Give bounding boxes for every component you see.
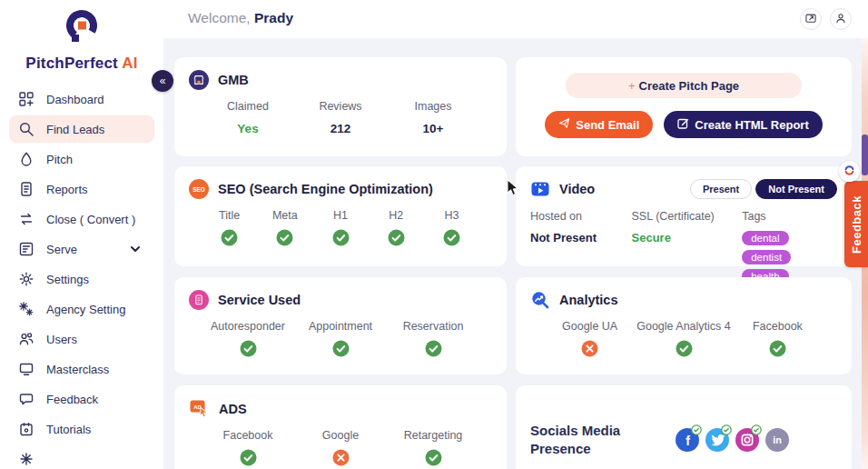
card-title: ADS [219, 402, 247, 416]
socials-card: Socials Media Presence fin [516, 385, 852, 469]
gmb-metrics: ClaimedYesReviews212Images10+ [189, 100, 492, 136]
collapse-chevrons-icon: « [160, 75, 166, 87]
analytics-card: Analytics Google UAGoogle Analytics 4Fac… [516, 277, 852, 374]
check-icon [332, 340, 350, 357]
svg-text:in: in [773, 434, 782, 445]
welcome-text: Welcome, Prady [188, 10, 293, 26]
convert-icon [18, 211, 35, 227]
social-facebook-icon[interactable]: f [676, 428, 699, 452]
metric-label: Retargeting [387, 429, 479, 442]
service-checks: AutoresponderAppointmentReservation [189, 320, 492, 361]
metric-col: H2 [369, 209, 424, 250]
ads-checks: FacebookGoogleRetargeting [189, 429, 492, 469]
cross-icon [581, 340, 598, 357]
metric-col: Facebook [731, 320, 824, 361]
brand-logo-icon [61, 36, 103, 52]
feedback-tab[interactable]: Feedback [844, 181, 868, 267]
scrollbar-thumb[interactable] [862, 135, 868, 175]
svg-text:f: f [686, 434, 690, 448]
sidebar-item-masterclass[interactable]: Masterclass [9, 355, 154, 383]
metric-label: Google [294, 429, 387, 442]
verified-badge-icon [691, 424, 702, 435]
seo-card: SEO SEO (Search Engine Optimization) Tit… [174, 166, 507, 266]
header-actions [800, 8, 852, 30]
sync-refresh-button[interactable] [839, 161, 860, 182]
sidebar-item-label: Find Leads [46, 123, 104, 136]
pitch-icon [18, 151, 35, 167]
video-card: Video Present Not Present Hosted on Not … [516, 166, 852, 266]
sidebar-item-label: Settings [46, 273, 89, 286]
sync-refresh-icon [843, 164, 856, 180]
pitch-actions-card: +Create Pitch Page Send Email Create HTM… [516, 57, 852, 156]
check-icon [388, 229, 405, 246]
sidebar-item-more[interactable] [9, 445, 154, 469]
metric-col: Google [294, 429, 387, 469]
sidebar-item-pitch[interactable]: Pitch [9, 145, 154, 173]
edit-report-icon [677, 117, 689, 132]
metric-label: Claimed [202, 100, 294, 113]
sidebar-item-feedback[interactable]: Feedback [9, 385, 154, 413]
sidebar-item-tutorials[interactable]: Tutorials [9, 415, 154, 443]
sidebar-collapse-button[interactable]: « [152, 70, 173, 92]
sidebar-item-reports[interactable]: Reports [9, 175, 154, 203]
metric-col: Title [202, 209, 257, 250]
sidebar-item-users[interactable]: Users [9, 325, 154, 353]
social-linkedin-icon[interactable]: in [765, 428, 789, 452]
sidebar-item-find-leads[interactable]: Find Leads [9, 115, 154, 143]
service-document-icon [189, 290, 209, 310]
sidebar-item-serve[interactable]: Serve [9, 235, 154, 263]
social-icons: fin [676, 428, 789, 452]
chevron-down-icon [129, 243, 142, 255]
metric-col: Reviews212 [294, 100, 387, 136]
create-html-report-button[interactable]: Create HTML Report [664, 111, 822, 138]
metric-value: 10+ [423, 122, 444, 135]
svg-text:SEO: SEO [192, 186, 204, 193]
user-name: Prady [254, 10, 293, 25]
metric-label: Reviews [294, 100, 387, 113]
sidebar-item-label: Reports [46, 183, 88, 196]
profile-button[interactable] [830, 8, 852, 30]
feedback-icon [18, 391, 35, 407]
tag-pill[interactable]: dental [742, 231, 788, 245]
service-used-card: Service Used AutoresponderAppointmentRes… [174, 277, 507, 374]
search-icon [18, 121, 35, 137]
social-twitter-icon[interactable] [705, 428, 729, 452]
metric-label: H1 [312, 209, 368, 222]
gmb-store-icon [189, 70, 209, 90]
send-email-button[interactable]: Send Email [545, 111, 653, 138]
verified-badge-icon [751, 424, 762, 435]
sidebar-item-label: Users [46, 333, 77, 346]
sidebar: PitchPerfect AI DashboardFind LeadsPitch… [0, 0, 163, 469]
sidebar-item-agency-setting[interactable]: Agency Setting [9, 295, 154, 323]
screen-share-icon [804, 12, 817, 27]
sidebar-item-settings[interactable]: Settings [9, 265, 154, 293]
create-pitch-page-button[interactable]: +Create Pitch Page [566, 73, 802, 98]
sidebar-item-label: Close ( Convert ) [46, 213, 135, 226]
sidebar-item-dashboard[interactable]: Dashboard [9, 85, 154, 113]
sidebar-item-label: Tutorials [46, 423, 91, 436]
metric-col: H3 [424, 209, 479, 250]
metric-label: Meta [257, 209, 312, 222]
social-instagram-icon[interactable] [735, 428, 759, 452]
send-icon [558, 117, 570, 132]
metric-label: Appointment [294, 320, 387, 333]
not-present-option[interactable]: Not Present [755, 179, 837, 199]
check-icon [425, 449, 442, 466]
card-title: Video [559, 182, 595, 196]
present-option[interactable]: Present [690, 179, 752, 199]
sidebar-item-label: Pitch [46, 153, 73, 166]
gmb-card: GMB ClaimedYesReviews212Images10+ [174, 57, 507, 156]
tutorials-icon [18, 421, 35, 437]
metric-col: Reservation [387, 320, 479, 361]
check-icon [240, 449, 257, 466]
screen-share-button[interactable] [800, 8, 822, 30]
check-icon [676, 340, 693, 357]
sidebar-item-close-convert[interactable]: Close ( Convert ) [9, 205, 154, 233]
metric-col: Appointment [294, 320, 387, 361]
metric-label: Google UA [543, 320, 636, 333]
metric-col: Images10+ [387, 100, 479, 136]
seo-checks: TitleMetaH1H2H3 [189, 209, 492, 250]
analytics-checks: Google UAGoogle Analytics 4Facebook [530, 320, 837, 361]
tag-pill[interactable]: dentist [742, 250, 791, 264]
masterclass-icon [18, 361, 35, 377]
